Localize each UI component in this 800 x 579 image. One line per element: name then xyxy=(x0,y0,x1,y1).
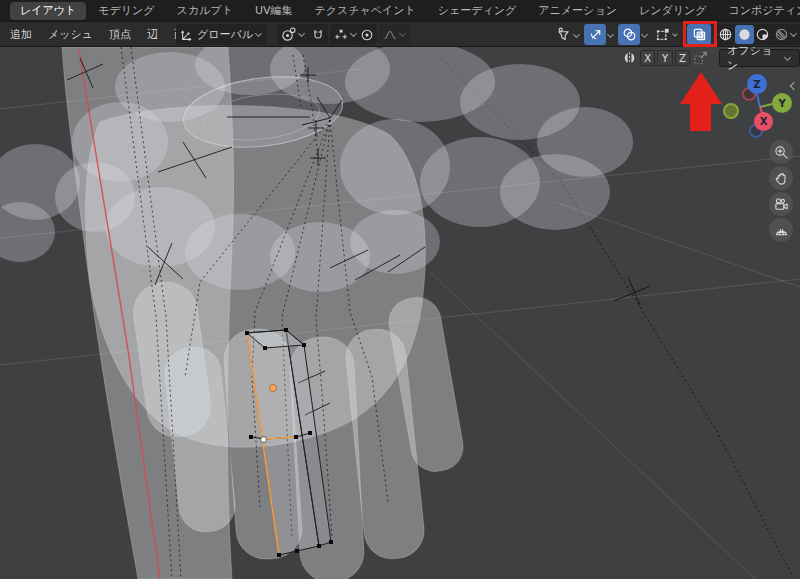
menu-vertex[interactable]: 頂点 xyxy=(101,27,139,42)
chevron-down-icon[interactable] xyxy=(607,31,614,38)
shading-wireframe-button[interactable] xyxy=(716,25,735,44)
tool-options-bar: X Y Z オプション xyxy=(621,49,800,67)
mirror-x-toggle[interactable]: X xyxy=(640,50,655,66)
perspective-grid-icon xyxy=(774,223,789,238)
tab-layout[interactable]: レイアウト xyxy=(10,2,86,20)
zoom-button[interactable] xyxy=(769,140,793,164)
chevron-down-icon xyxy=(784,53,791,60)
chevron-down-icon[interactable] xyxy=(573,31,580,38)
shading-material-button[interactable] xyxy=(754,25,773,44)
snap-toggle[interactable] xyxy=(308,24,328,45)
mirror-z-toggle[interactable]: Z xyxy=(675,50,690,66)
shading-solid-button[interactable] xyxy=(735,25,754,44)
gizmo-axis-x[interactable]: X xyxy=(754,112,773,131)
solid-shading-icon xyxy=(737,27,752,42)
chevron-down-icon xyxy=(255,30,262,37)
camera-view-button[interactable] xyxy=(769,192,793,216)
proportional-editing-toggle[interactable] xyxy=(357,24,377,45)
object-visibility-dropdown[interactable] xyxy=(552,24,574,45)
chevron-down-icon xyxy=(298,30,305,37)
wireframe-shading-icon xyxy=(718,27,733,42)
topbar: レイアウト モデリング スカルプト UV編集 テクスチャペイント シェーディング… xyxy=(0,0,800,22)
viewport-shading-group xyxy=(714,24,800,45)
orientation-value: グローバル xyxy=(197,27,253,42)
visibility-filter-icon xyxy=(556,27,571,42)
proportional-falloff-dropdown[interactable] xyxy=(379,24,411,45)
camera-icon xyxy=(774,197,789,212)
show-gizmos-toggle[interactable] xyxy=(584,24,606,45)
auto-merge-icon[interactable] xyxy=(692,50,709,66)
viewport-header: 追加 メッシュ 頂点 辺 面 UV グローバル xyxy=(0,22,800,47)
proportional-editing-icon xyxy=(360,28,374,42)
pivot-point-dropdown[interactable] xyxy=(277,24,310,45)
shading-rendered-button[interactable] xyxy=(772,25,791,44)
snap-target-icon xyxy=(334,28,348,42)
gizmo-axis-neg-y[interactable] xyxy=(723,103,739,119)
rendered-shading-icon xyxy=(774,27,789,42)
hand-icon xyxy=(774,171,789,186)
dashed-box-icon xyxy=(655,27,670,42)
options-dropdown[interactable]: オプション xyxy=(719,49,800,67)
show-gizmos-icon xyxy=(588,27,603,42)
material-preview-icon xyxy=(755,27,770,42)
tab-uv-editing[interactable]: UV編集 xyxy=(245,2,303,20)
menu-edge[interactable]: 辺 xyxy=(139,27,166,42)
tab-texture-paint[interactable]: テクスチャペイント xyxy=(304,2,425,20)
chevron-down-icon[interactable] xyxy=(790,30,797,37)
annotation-highlight-rectangle xyxy=(683,21,717,47)
transform-orientation-dropdown[interactable]: グローバル xyxy=(176,24,267,45)
pivot-point-icon xyxy=(281,27,296,42)
blender-window: レイアウト モデリング スカルプト UV編集 テクスチャペイント シェーディング… xyxy=(0,0,800,579)
orientation-global-icon xyxy=(180,28,194,42)
chevron-down-icon[interactable] xyxy=(641,31,648,38)
chevron-down-icon xyxy=(399,30,406,37)
gizmo-axis-z[interactable]: Z xyxy=(747,74,767,94)
falloff-curve-icon xyxy=(383,28,397,42)
menu-mesh[interactable]: メッシュ xyxy=(40,27,101,42)
show-overlays-icon xyxy=(622,27,637,42)
chevron-down-icon xyxy=(350,30,357,37)
gizmo-axis-y[interactable]: Y xyxy=(772,93,792,113)
perspective-toggle-button[interactable] xyxy=(769,218,793,242)
menu-add[interactable]: 追加 xyxy=(2,27,40,42)
tab-animation[interactable]: アニメーション xyxy=(528,2,627,20)
zoom-icon xyxy=(774,145,789,160)
tab-modeling[interactable]: モデリング xyxy=(88,2,164,20)
edit-overlay-dropdown[interactable] xyxy=(652,24,672,45)
magnet-icon xyxy=(311,28,325,42)
annotation-arrow-up xyxy=(675,70,725,135)
mirror-y-toggle[interactable]: Y xyxy=(657,50,672,66)
tab-sculpting[interactable]: スカルプト xyxy=(167,2,243,20)
mirror-icon xyxy=(621,50,638,66)
chevron-down-icon[interactable] xyxy=(672,31,678,37)
tab-compositing[interactable]: コンポジティング xyxy=(718,2,800,20)
workspace-tabs: レイアウト モデリング スカルプト UV編集 テクスチャペイント シェーディング… xyxy=(0,0,800,21)
object-origin-dot xyxy=(270,385,277,392)
tab-shading[interactable]: シェーディング xyxy=(428,2,527,20)
show-overlays-toggle[interactable] xyxy=(618,24,640,45)
pan-button[interactable] xyxy=(769,166,793,190)
active-vertex xyxy=(261,437,266,442)
tab-rendering[interactable]: レンダリング xyxy=(629,2,717,20)
